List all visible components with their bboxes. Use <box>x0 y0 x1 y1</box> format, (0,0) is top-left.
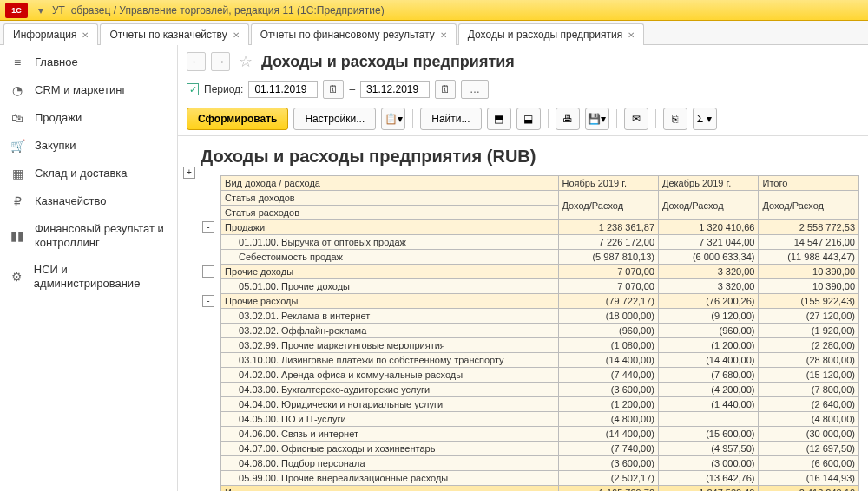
sidebar-item[interactable]: ▦Склад и доставка <box>0 160 177 187</box>
date-from-input[interactable] <box>248 81 318 98</box>
sidebar-item[interactable]: ⚙НСИ и администрирование <box>0 256 177 297</box>
row-value: (12 697,50) <box>759 442 859 456</box>
table-row: 01.01.00. Выручка от оптовых продаж7 226… <box>201 235 859 250</box>
row-value: (6 000 633,34) <box>659 250 759 265</box>
row-value: (13 642,76) <box>659 471 759 486</box>
nav-forward-button[interactable]: → <box>211 52 230 71</box>
row-value: (1 080,00) <box>558 338 658 353</box>
row-label: Прочие расходы <box>221 294 558 309</box>
sidebar-icon: ◔ <box>10 83 24 97</box>
sidebar-icon: ⚙ <box>10 270 23 284</box>
report-title: Доходы и расходы предприятия (RUB) <box>201 147 859 167</box>
row-value: (16 144,93) <box>759 471 859 486</box>
row-value: (1 200,00) <box>558 397 658 412</box>
sidebar-label: Главное <box>35 56 78 69</box>
row-value: (155 922,43) <box>759 294 859 309</box>
row-value: (4 957,50) <box>659 442 759 456</box>
table-row: 04.08.00. Подбор персонала(3 600,00)(3 0… <box>201 456 859 471</box>
row-value: (27 120,00) <box>759 309 859 324</box>
sidebar-label: Закупки <box>35 139 76 153</box>
date-to-input[interactable] <box>360 81 430 98</box>
date-to-calendar-icon[interactable]: 🗓 <box>435 80 456 99</box>
table-row: 05.99.00. Прочие внереализационные расхо… <box>201 471 859 486</box>
save-settings-icon[interactable]: 📋▾ <box>381 108 405 130</box>
print-icon[interactable]: 🖶 <box>556 108 580 130</box>
row-value: (2 280,00) <box>759 338 859 353</box>
row-value: (76 200,26) <box>659 294 759 309</box>
sidebar-item[interactable]: ▮▮Финансовый результат и контроллинг <box>0 215 177 256</box>
row-value: (1 920,00) <box>759 324 859 338</box>
date-from-calendar-icon[interactable]: 🗓 <box>323 80 344 99</box>
row-label: 04.03.00. Бухгалтерско-аудиторские услуг… <box>221 383 558 397</box>
sidebar-label: Казначейство <box>35 194 106 208</box>
sidebar-icon: ≡ <box>10 56 24 69</box>
sidebar-item[interactable]: 🛒Закупки <box>0 132 177 160</box>
row-value: (9 120,00) <box>659 309 759 324</box>
row-value: (3 600,00) <box>558 383 658 397</box>
tree-toggle-icon[interactable]: - <box>202 221 214 233</box>
sidebar-icon: ₽ <box>10 194 24 208</box>
table-row: Итого1 165 709,701 247 530,402 413 240,1… <box>201 486 859 492</box>
row-value: (3 000,00) <box>659 456 759 471</box>
row-value: (1 200,00) <box>659 338 759 353</box>
table-row: 03.02.99. Прочие маркетинговые мероприят… <box>201 338 859 353</box>
sidebar-item[interactable]: 🛍Продажи <box>0 104 177 132</box>
tab-close-icon[interactable]: ✕ <box>82 30 89 40</box>
row-value: (11 988 443,47) <box>759 250 859 265</box>
col-subheader-income: Статья доходов <box>221 191 558 206</box>
row-label: 01.01.00. Выручка от оптовых продаж <box>221 235 558 250</box>
generate-button[interactable]: Сформировать <box>187 108 288 130</box>
nav-back-button[interactable]: ← <box>187 52 206 71</box>
sidebar-icon: 🛍 <box>10 111 24 125</box>
app-menu-caret-icon[interactable]: ▾ <box>35 3 47 18</box>
document-tab[interactable]: Отчеты по финансовому результату✕ <box>251 23 457 45</box>
row-value: (15 600,00) <box>659 427 759 442</box>
favorite-star-icon[interactable]: ☆ <box>239 52 253 71</box>
row-label: Себестоимость продаж <box>221 250 558 265</box>
row-value: (7 680,00) <box>659 368 759 383</box>
row-label: Итого <box>221 486 558 492</box>
save-as-icon[interactable]: 💾▾ <box>585 108 609 130</box>
tree-expand-all-icon[interactable]: + <box>183 167 195 179</box>
document-tab[interactable]: Доходы и расходы предприятия✕ <box>458 23 644 45</box>
settings-button[interactable]: Настройки... <box>293 108 376 130</box>
row-label: 05.99.00. Прочие внереализационные расхо… <box>221 471 558 486</box>
row-value: (18 000,00) <box>558 309 658 324</box>
row-value: 7 321 044,00 <box>659 235 759 250</box>
period-checkbox[interactable]: ✓ <box>187 83 199 95</box>
find-button[interactable]: Найти... <box>420 108 481 130</box>
table-row: 04.03.00. Бухгалтерско-аудиторские услуг… <box>201 383 859 397</box>
document-tab[interactable]: Информация✕ <box>3 23 98 45</box>
sidebar-item[interactable]: ≡Главное <box>0 49 177 76</box>
variants-icon[interactable]: ⎘ <box>663 108 687 130</box>
period-more-button[interactable]: … <box>461 80 489 99</box>
table-row: 04.07.00. Офисные расходы и хозинвентарь… <box>201 442 859 456</box>
col-header-nov: Ноябрь 2019 г. <box>558 176 658 191</box>
document-tab[interactable]: Отчеты по казначейству✕ <box>100 23 248 45</box>
tab-close-icon[interactable]: ✕ <box>233 30 240 40</box>
expand-tree-icon[interactable]: ⬒ <box>487 108 511 130</box>
email-icon[interactable]: ✉ <box>624 108 648 130</box>
row-value: (7 440,00) <box>558 368 658 383</box>
row-value: 1 320 410,66 <box>659 220 759 235</box>
sidebar-item[interactable]: ₽Казначейство <box>0 187 177 215</box>
tab-close-icon[interactable]: ✕ <box>628 30 635 40</box>
sidebar-item[interactable]: ◔CRM и маркетинг <box>0 76 177 104</box>
row-value: (7 800,00) <box>759 383 859 397</box>
tab-close-icon[interactable]: ✕ <box>440 30 447 40</box>
row-label: Продажи <box>221 220 558 235</box>
window-title: УТ_образец / Управление торговлей, редак… <box>52 4 385 16</box>
col-header-kind: Вид дохода / расхода <box>221 176 558 191</box>
sigma-icon[interactable]: Σ▾ <box>693 108 717 130</box>
collapse-tree-icon[interactable]: ⬓ <box>516 108 541 130</box>
table-row: 04.06.00. Связь и интернет(14 400,00)(15… <box>201 427 859 442</box>
col-metric-nov: Доход/Расход <box>558 191 658 220</box>
tab-label: Информация <box>13 29 76 41</box>
tree-toggle-icon[interactable]: - <box>202 295 214 307</box>
window-titlebar: 1C ▾ УТ_образец / Управление торговлей, … <box>0 0 868 21</box>
sidebar-label: НСИ и администрирование <box>34 263 167 290</box>
tree-toggle-icon[interactable]: - <box>202 265 214 278</box>
row-value: (3 600,00) <box>558 456 658 471</box>
row-value: 2 558 772,53 <box>759 220 859 235</box>
row-value: 1 165 709,70 <box>558 486 658 492</box>
